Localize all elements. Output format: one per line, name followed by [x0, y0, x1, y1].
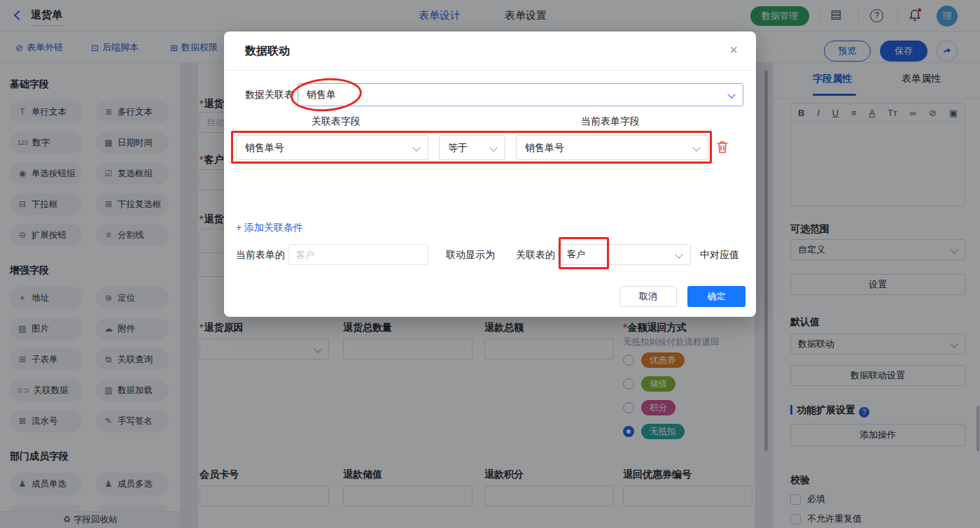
confirm-button[interactable]: 确定 — [687, 286, 746, 307]
cancel-button[interactable]: 取消 — [620, 286, 677, 307]
display-field-input[interactable] — [288, 244, 428, 265]
linkage-table-select[interactable]: 销售单 — [298, 83, 743, 106]
chevron-down-icon — [489, 143, 497, 151]
chevron-down-icon — [727, 90, 735, 98]
data-linkage-modal: 数据联动 × 数据关联表 销售单 关联表字段 当前表单字段 销售单号 等于 销售… — [224, 31, 756, 317]
condition-right-select[interactable]: 销售单号 — [516, 135, 708, 160]
col-header-current-field: 当前表单字段 — [581, 115, 640, 128]
modal-title: 数据联动 — [245, 44, 290, 59]
chevron-down-icon — [412, 143, 420, 151]
delete-condition-icon[interactable] — [716, 140, 729, 154]
current-form-prefix-label: 当前表单的 — [236, 249, 285, 262]
related-field-select[interactable]: 客户 — [558, 244, 691, 265]
related-table-label: 关联表的 — [516, 249, 555, 262]
chevron-down-icon — [692, 143, 700, 151]
condition-operator-select[interactable]: 等于 — [439, 135, 505, 160]
col-header-related-field: 关联表字段 — [312, 115, 360, 128]
linkage-display-label: 联动显示为 — [446, 249, 495, 262]
add-condition-link[interactable]: + 添加关联条件 — [236, 222, 303, 234]
corresponding-value-label: 中对应值 — [700, 249, 739, 262]
chevron-down-icon — [675, 250, 682, 258]
linkage-table-label: 数据关联表 — [245, 89, 294, 101]
close-icon[interactable]: × — [729, 42, 738, 58]
condition-left-select[interactable]: 销售单号 — [236, 135, 428, 160]
divider — [224, 70, 756, 71]
